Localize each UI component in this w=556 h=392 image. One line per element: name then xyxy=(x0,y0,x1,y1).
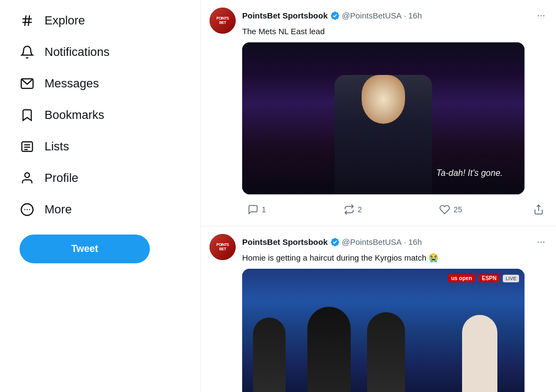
account-name: PointsBet Sportsbook xyxy=(242,237,328,246)
hash-icon xyxy=(20,13,35,28)
tweet-card: POINTSBET PointsBet Sportsbook @PointsBe… xyxy=(201,226,556,392)
more-circle-icon xyxy=(20,202,35,217)
bookmarks-label: Bookmarks xyxy=(45,108,104,122)
tweet-card: POINTSBET PointsBet Sportsbook @PointsBe… xyxy=(201,0,556,226)
more-label: More xyxy=(45,203,72,217)
sidebar-item-messages[interactable]: Messages xyxy=(11,68,189,99)
svg-point-13 xyxy=(29,209,30,210)
tweet-image: us open ESPN LIVE xyxy=(242,269,525,392)
reply-button[interactable]: 1 xyxy=(242,201,336,218)
svg-line-3 xyxy=(28,15,29,26)
bell-icon xyxy=(20,45,35,60)
sidebar-item-more[interactable]: More xyxy=(11,194,189,225)
like-button[interactable]: 25 xyxy=(434,201,528,218)
svg-point-11 xyxy=(24,209,26,210)
share-button[interactable] xyxy=(530,201,547,218)
avatar-image: POINTSBET xyxy=(210,8,236,34)
sidebar-item-explore[interactable]: Explore xyxy=(11,5,189,36)
crowd-image: us open ESPN LIVE xyxy=(242,269,525,392)
tweet-text: The Mets NL East lead xyxy=(242,26,547,37)
svg-line-2 xyxy=(25,15,26,26)
main-feed: POINTSBET PointsBet Sportsbook @PointsBe… xyxy=(201,0,556,392)
avatar-image: POINTSBET xyxy=(210,234,236,260)
retweet-count: 2 xyxy=(358,205,362,214)
avatar: POINTSBET xyxy=(210,8,236,34)
reply-count: 1 xyxy=(262,205,266,214)
retweet-button[interactable]: 2 xyxy=(338,201,432,218)
more-options-button[interactable]: ··· xyxy=(535,8,547,23)
lists-label: Lists xyxy=(45,140,69,154)
account-name: PointsBet Sportsbook xyxy=(242,11,328,20)
tweet-time: 16h xyxy=(408,11,422,20)
bookmark-icon xyxy=(20,108,35,123)
tweet-meta: PointsBet Sportsbook @PointsBetUSA · 16h xyxy=(242,11,422,21)
tweet-header: PointsBet Sportsbook @PointsBetUSA · 16h… xyxy=(242,234,547,250)
mail-icon xyxy=(20,76,35,91)
profile-label: Profile xyxy=(45,171,78,185)
tweet-button[interactable]: Tweet xyxy=(20,235,150,263)
sidebar-item-profile[interactable]: Profile xyxy=(11,163,189,193)
more-options-button[interactable]: ··· xyxy=(535,234,547,250)
verified-badge-icon xyxy=(330,11,340,21)
tweet-time: 16h xyxy=(408,237,422,246)
messages-label: Messages xyxy=(45,77,99,91)
svg-point-9 xyxy=(25,173,30,178)
account-handle: @PointsBetUSA xyxy=(342,11,402,20)
svg-point-12 xyxy=(27,209,28,210)
sidebar-item-notifications[interactable]: Notifications xyxy=(11,37,189,67)
joker-image: Ta-dah! It's gone. xyxy=(242,42,525,194)
explore-label: Explore xyxy=(45,14,85,28)
verified-badge-icon xyxy=(330,237,340,247)
like-count: 25 xyxy=(453,205,462,214)
sidebar-item-lists[interactable]: Lists xyxy=(11,131,189,162)
sidebar-item-bookmarks[interactable]: Bookmarks xyxy=(11,100,189,130)
action-bar: 1 2 25 xyxy=(242,201,547,218)
notifications-label: Notifications xyxy=(45,45,110,59)
image-caption: Ta-dah! It's gone. xyxy=(436,168,503,178)
avatar: POINTSBET xyxy=(210,234,236,260)
tweet-text: Homie is getting a haircut during the Ky… xyxy=(242,252,547,263)
account-handle: @PointsBetUSA xyxy=(342,237,402,246)
tweet-header: PointsBet Sportsbook @PointsBetUSA · 16h… xyxy=(242,8,547,23)
list-icon xyxy=(20,139,35,154)
tweet-body: PointsBet Sportsbook @PointsBetUSA · 16h… xyxy=(242,234,547,392)
tweet-meta: PointsBet Sportsbook @PointsBetUSA · 16h xyxy=(242,237,422,247)
sidebar: Explore Notifications Messages Bookmarks xyxy=(0,0,201,392)
user-icon xyxy=(20,170,35,186)
tweet-image: Ta-dah! It's gone. xyxy=(242,42,525,194)
tweet-body: PointsBet Sportsbook @PointsBetUSA · 16h… xyxy=(242,8,547,218)
